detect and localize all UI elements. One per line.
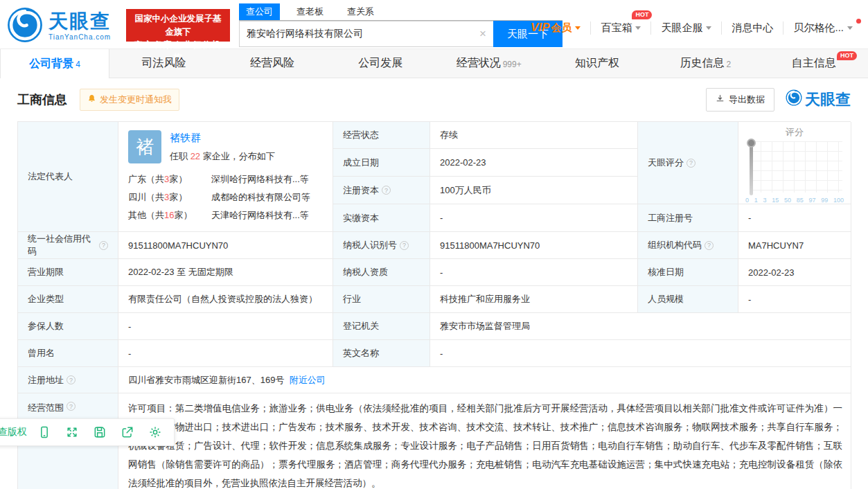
legal-rep-name-link[interactable]: 褚轶群 — [170, 132, 201, 145]
help-icon[interactable]: ? — [687, 159, 696, 168]
gov-certification-badge: 国家中小企业发展子基金旗下 官方备案企业征信机构 — [126, 9, 230, 42]
field-label-reg-address: 注册地址? — [18, 367, 118, 393]
help-icon[interactable]: ? — [67, 402, 76, 411]
tab-company-development[interactable]: 公司发展 — [326, 49, 434, 78]
field-value-business-scope: 许可项目：第二类增值电信业务；旅游业务；供电业务（依法须经批准的项目，经相关部门… — [118, 393, 851, 489]
score-slider-knob[interactable] — [747, 139, 756, 148]
field-label-reg-number: 工商注册号 — [638, 204, 738, 232]
help-icon[interactable]: ? — [400, 241, 409, 250]
menu-item-vip[interactable]: VIP 会员 — [521, 21, 590, 35]
help-icon[interactable]: ? — [67, 375, 76, 384]
nearby-companies-link[interactable]: 附近公司 — [290, 374, 326, 386]
search-clear-icon[interactable]: × — [479, 27, 486, 41]
field-label-business-term: 营业期限 — [18, 259, 118, 286]
search-input[interactable] — [239, 21, 493, 47]
related-company-link[interactable]: 天津哈行网络科技有... — [211, 206, 300, 224]
expand-icon[interactable] — [62, 423, 82, 442]
legal-rep-distribution: 广东（共3家） 深圳哈行网络科技有... 等 四川（共3家） 成都哈的科技有限公… — [128, 170, 323, 224]
field-label-insured-count: 参保人数 — [18, 313, 118, 340]
score-chart-plot — [750, 141, 842, 193]
menu-item-message-center[interactable]: 消息中心 — [721, 21, 783, 35]
field-label-org-code: 组织机构代码? — [638, 232, 738, 259]
copyright-check-link[interactable]: 查版权 — [0, 426, 27, 438]
section-title: 工商信息 — [17, 91, 67, 108]
search-tab-boss[interactable]: 查老板 — [290, 3, 330, 20]
field-label-legal-rep: 法定代表人 — [18, 122, 118, 232]
field-value-reg-address: 四川省雅安市雨城区迎新街167、169号 附近公司 — [118, 367, 851, 393]
caret-down-icon — [706, 26, 711, 30]
menu-item-enterprise-service[interactable]: 天眼企服 — [650, 21, 721, 35]
tab-company-background[interactable]: 公司背景4 — [0, 49, 109, 78]
share-icon[interactable] — [117, 423, 138, 442]
search-area: 查公司 查老板 查关系 × 天眼一下 — [239, 6, 563, 47]
tab-history-info[interactable]: 历史信息2 — [651, 49, 759, 78]
field-value-credit-code: 91511800MA7HCUYN70 — [118, 232, 333, 259]
field-value-former-name: - — [118, 340, 333, 367]
floating-tools-overlay: 查版权 — [0, 418, 175, 446]
site-logo[interactable]: 天眼查 TianYanCha.com — [7, 7, 111, 46]
notify-on-change-button[interactable]: 发生变更时通知我 — [80, 89, 179, 111]
field-value-insured-count: - — [118, 313, 333, 340]
download-icon — [716, 94, 725, 105]
hot-badge: HOT — [632, 10, 652, 19]
tyc-score-chart: 评分 0131550859799100 — [738, 122, 851, 204]
company-nav-tabs: 公司背景4 司法风险 经营风险 公司发展 经营状况999+ 知识产权 历史信息2… — [0, 48, 868, 78]
score-slider-track — [750, 143, 753, 195]
field-label-established: 成立日期 — [333, 149, 430, 177]
field-value-company-type: 有限责任公司（自然人投资或控股的法人独资） — [118, 286, 333, 313]
mobile-icon[interactable] — [34, 423, 55, 442]
field-label-industry: 行业 — [333, 286, 430, 313]
list-item: 四川（共3家） 成都哈的科技有限公司等 — [128, 188, 323, 206]
field-label-approval-date: 核准日期 — [638, 259, 738, 286]
tab-operation-status[interactable]: 经营状况999+ — [435, 49, 543, 78]
field-value-english-name: - — [430, 340, 851, 367]
legal-rep-avatar[interactable]: 褚 — [128, 130, 161, 163]
field-value-org-code: MA7HCUYN7 — [738, 232, 851, 259]
search-tab-company[interactable]: 查公司 — [239, 3, 280, 20]
field-label-reg-authority: 登记机关 — [333, 313, 430, 340]
caret-down-icon — [847, 26, 853, 30]
score-chart-title[interactable]: 评分 — [745, 126, 844, 139]
related-company-link[interactable]: 深圳哈行网络科技有... — [211, 170, 300, 188]
bell-icon — [87, 94, 96, 105]
field-label-english-name: 英文名称 — [333, 340, 430, 367]
field-label-business-status: 经营状态 — [333, 122, 430, 149]
gear-icon[interactable] — [145, 423, 166, 442]
field-label-former-name: 曾用名 — [18, 340, 118, 367]
save-icon[interactable] — [89, 423, 110, 442]
search-tabs: 查公司 查老板 查关系 — [239, 6, 563, 21]
tab-operation-risk[interactable]: 经营风险 — [218, 49, 326, 78]
list-item: 其他（共16家） 天津哈行网络科技有... 等 — [128, 206, 323, 224]
tianyancha-swirl-icon — [7, 7, 43, 46]
field-label-tyc-score: 天眼评分? — [638, 122, 738, 204]
menu-item-toolbox[interactable]: HOT 百宝箱 — [590, 21, 650, 35]
list-item: 广东（共3家） 深圳哈行网络科技有... 等 — [128, 170, 323, 188]
help-icon[interactable]: ? — [382, 186, 391, 195]
tab-self-info[interactable]: 自主信息 HOT — [760, 49, 868, 78]
field-value-established: 2022-02-23 — [430, 149, 638, 177]
caret-down-icon — [635, 26, 641, 30]
tianyancha-watermark: 天眼查 — [786, 89, 851, 110]
field-value-reg-authority: 雅安市市场监督管理局 — [430, 313, 851, 340]
tab-intellectual-property[interactable]: 知识产权 — [543, 49, 651, 78]
top-menu: VIP 会员 HOT 百宝箱 天眼企服 消息中心 贝尔格伦... — [521, 21, 862, 35]
field-label-taxpayer-id: 纳税人识别号? — [333, 232, 430, 259]
field-label-company-type: 企业类型 — [18, 286, 118, 313]
help-icon[interactable]: ? — [99, 241, 108, 250]
field-value-reg-number: - — [738, 204, 851, 232]
field-value-paid-capital: - — [430, 204, 638, 232]
tab-judicial-risk[interactable]: 司法风险 — [109, 49, 218, 78]
logo-domain: TianYanCha.com — [48, 34, 111, 41]
help-icon[interactable]: ? — [705, 241, 714, 250]
export-data-button[interactable]: 导出数据 — [706, 88, 774, 112]
caret-down-icon — [575, 26, 581, 30]
field-label-taxpayer-quality: 纳税人资质 — [333, 259, 430, 286]
field-value-approval-date: 2022-02-23 — [738, 259, 851, 286]
field-label-paid-capital: 实缴资本 — [333, 204, 430, 232]
field-value-reg-capital: 100万人民币 — [430, 177, 638, 204]
related-company-link[interactable]: 成都哈的科技有限公司等 — [211, 188, 310, 206]
field-label-staff-size: 人员规模 — [638, 286, 738, 313]
search-tab-relation[interactable]: 查关系 — [340, 3, 381, 20]
menu-item-account[interactable]: 贝尔格伦... — [783, 21, 862, 35]
logo-text: 天眼查 — [48, 12, 111, 31]
